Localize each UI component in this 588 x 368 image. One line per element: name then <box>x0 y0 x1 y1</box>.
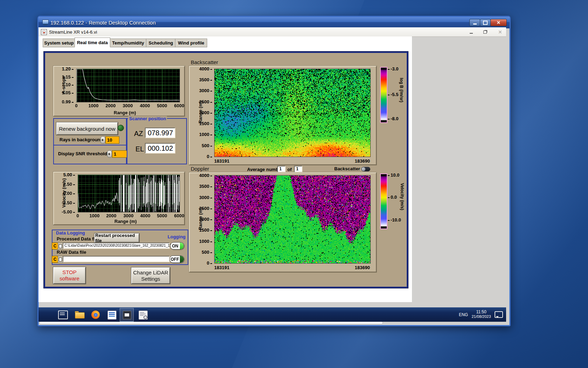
y-tick-label: 0 <box>197 154 212 159</box>
x-tick-label: 0 <box>70 213 85 218</box>
rdp-horizontal-scrollbar[interactable] <box>40 322 383 324</box>
rdp-title: 192.168.0.122 - Remote Desktop Connectio… <box>50 20 156 26</box>
rdp-close-button[interactable]: ✕ <box>490 19 507 26</box>
clock-date[interactable]: 21/08/2023 <box>470 314 492 319</box>
tab-scheduling[interactable]: Scheduling <box>146 39 176 47</box>
rdp-titlebar[interactable]: 192.168.0.122 - Remote Desktop Connectio… <box>38 17 510 28</box>
rays-value-field[interactable]: 10 <box>105 136 119 144</box>
tab-real-time-data[interactable]: Real time data <box>75 38 110 47</box>
doppler-colorbar-label: Velocity (m/s) <box>400 174 405 219</box>
button-label: software <box>59 275 79 282</box>
led-green-on <box>180 243 184 249</box>
backscatter-title: Backscatter <box>191 59 218 65</box>
average-total-value: 1 <box>296 166 299 171</box>
firefox-icon[interactable] <box>91 311 100 319</box>
doppler-title: Doppler <box>191 166 209 172</box>
toggle-off-label: OFF <box>170 256 180 263</box>
y-tick-label: 4000 <box>197 173 212 178</box>
minimize-icon <box>470 33 473 34</box>
x-tick-label: 0 <box>69 103 84 108</box>
clock-time[interactable]: 11:50 <box>470 309 492 314</box>
raw-file-path-field[interactable] <box>63 256 170 262</box>
y-tick-label: 0 <box>197 260 212 266</box>
tab-label: Scheduling <box>148 40 173 46</box>
y-tick-label: 2000 <box>197 110 212 115</box>
scan-app-icon[interactable] <box>139 311 148 320</box>
y-tick-label: 0.00 <box>58 191 75 196</box>
colorbar-tick: -10.0 <box>388 217 401 223</box>
restart-processed-file-button[interactable]: Restart processed file <box>94 233 139 243</box>
backscatter-colorbar <box>380 67 387 123</box>
spreadsheet-app-icon[interactable] <box>107 311 117 320</box>
el-label: EL <box>135 145 144 153</box>
y-tick-label: 500 <box>197 250 212 255</box>
app-restore-button[interactable] <box>480 29 490 35</box>
app-minimize-button[interactable] <box>466 29 476 35</box>
processed-data-file-label: Processed Data file <box>57 236 99 241</box>
renew-background-button[interactable]: Renew background now <box>56 122 118 135</box>
processed-logging-toggle[interactable]: ON <box>170 242 184 250</box>
y-tick-label: 4000 <box>197 66 212 71</box>
change-lidar-settings-button[interactable]: Change LiDAR Settings <box>131 267 170 284</box>
average-total-field[interactable]: 1 <box>294 166 302 172</box>
y-tick-label: 3500 <box>197 184 212 189</box>
tab-label: Real time data <box>77 40 108 45</box>
desktop: { "rdp": { "title": "192.168.0.122 - Rem… <box>0 0 588 368</box>
colorbar-tick: -5.5 <box>388 92 398 97</box>
tab-system-setup[interactable]: System setup <box>43 39 75 47</box>
app-close-button[interactable]: ✕ <box>495 29 505 35</box>
rdp-icon <box>42 20 49 25</box>
button-label: STOP <box>62 269 77 275</box>
task-view-icon[interactable] <box>58 311 68 319</box>
rdp-minimize-button[interactable] <box>469 19 480 26</box>
toggle-on-label: ON <box>170 243 180 249</box>
processed-file-path: C:\Lidar\Data\Proc\2023\202308\20230821\… <box>64 244 177 247</box>
app-icon <box>41 29 47 35</box>
stop-software-button[interactable]: STOP software <box>53 267 86 284</box>
average-number-field[interactable]: 1 <box>277 166 286 172</box>
file-explorer-icon[interactable] <box>75 311 84 318</box>
rdp-maximize-button[interactable] <box>480 19 491 26</box>
y-tick-label: 500 <box>197 143 212 148</box>
y-tick-label: 1.20 <box>58 66 74 71</box>
y-tick-label: 1.10 <box>58 82 74 87</box>
x-tick-label: 4000 <box>137 103 153 108</box>
tab-temp-humidity[interactable]: Temp/humidity <box>110 39 147 47</box>
y-tick-label: 1.05 <box>58 90 74 95</box>
close-icon: ✕ <box>498 29 502 35</box>
of-label: of <box>287 167 292 172</box>
app-titlebar[interactable]: StreamLine XR v14-6.vi ✕ <box>38 27 506 37</box>
snr-spinner[interactable] <box>107 150 112 158</box>
el-value-field[interactable]: 000.102 <box>145 143 175 154</box>
y-tick-label: 1000 <box>197 239 212 244</box>
snr-value-field[interactable]: 1 <box>112 150 127 158</box>
snr-value: 1 <box>114 151 116 157</box>
x-tick-label: 1000 <box>87 213 102 218</box>
colorbar-tick: 10.0 <box>388 172 399 178</box>
renew-led-indicator[interactable] <box>118 125 124 131</box>
processed-file-path-field[interactable]: C:\Lidar\Data\Proc\2023\202308\20230821\… <box>63 243 170 249</box>
doppler-heatmap <box>214 175 371 264</box>
notification-icon[interactable] <box>495 311 503 318</box>
tab-label: Wind profile <box>178 40 204 46</box>
processed-drive-selector[interactable]: C <box>52 243 58 250</box>
tab-wind-profile[interactable]: Wind profile <box>175 39 207 47</box>
average-number-value: 1 <box>279 166 282 171</box>
led-green-off <box>180 256 184 263</box>
raw-drive-selector[interactable]: C <box>52 256 58 263</box>
app-title: StreamLine XR v14-6.vi <box>49 29 97 35</box>
scanner-position-title: Scanner position <box>128 116 167 121</box>
browse-file-icon[interactable] <box>58 243 63 250</box>
x-tick-label: 5000 <box>154 103 170 108</box>
rays-value: 10 <box>107 137 112 143</box>
backscatter-toggle[interactable] <box>361 167 370 171</box>
backscatter-heatmap <box>214 69 371 157</box>
az-value-field[interactable]: 078.997 <box>145 128 175 138</box>
browse-file-icon[interactable] <box>58 256 63 263</box>
time-start-label: 183191 <box>214 158 229 164</box>
active-app-taskbar-slot[interactable] <box>120 308 134 322</box>
rays-spinner[interactable] <box>100 136 105 144</box>
data-logging-title: Data Logging <box>56 230 85 236</box>
raw-logging-toggle[interactable]: OFF <box>169 255 184 263</box>
language-indicator[interactable]: ENG <box>457 312 470 317</box>
